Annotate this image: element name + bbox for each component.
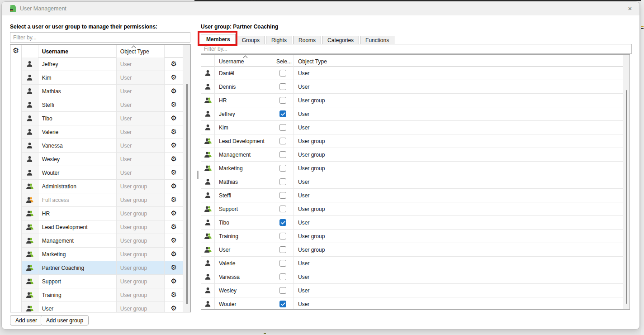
settings-gear-icon: ⚙ [170, 142, 176, 149]
scrollbar-thumb[interactable] [186, 84, 188, 304]
table-row[interactable]: WesleyUser⚙ [22, 153, 183, 166]
table-row[interactable]: MathiasUser⚙ [22, 85, 183, 98]
right-filter-input[interactable] [201, 44, 632, 54]
table-row[interactable]: VanessaUser [201, 270, 623, 284]
table-row[interactable]: Partner CoachingUser group⚙ [22, 261, 183, 275]
table-row[interactable]: UserUser group [201, 243, 623, 257]
table-row[interactable]: Tibo User [201, 216, 623, 230]
add-user-button[interactable]: Add user [10, 315, 43, 325]
member-checkbox[interactable] [279, 206, 286, 212]
row-settings-button[interactable]: ⚙ [165, 302, 183, 312]
tab-rights[interactable]: Rights [266, 36, 292, 45]
table-row[interactable]: Jeffrey User [201, 107, 623, 121]
row-settings-button[interactable]: ⚙ [165, 85, 183, 98]
table-row[interactable]: ManagementUser group [201, 148, 623, 162]
row-icon-cell [22, 166, 38, 180]
table-row[interactable]: WouterUser⚙ [22, 166, 183, 180]
member-checkbox[interactable] [279, 287, 286, 294]
table-row[interactable]: TrainingUser group⚙ [22, 288, 183, 302]
table-row[interactable]: TiboUser⚙ [22, 112, 183, 125]
member-checkbox[interactable] [279, 70, 286, 77]
table-row[interactable]: VanessaUser⚙ [22, 139, 183, 153]
close-icon[interactable]: × [626, 5, 634, 13]
table-settings-icon[interactable]: ⚙ [10, 47, 21, 54]
object-type-cell: User group [117, 193, 165, 207]
tab-categories[interactable]: Categories [322, 36, 359, 45]
table-row[interactable]: JeffreyUser⚙ [22, 57, 183, 71]
table-row[interactable]: KimUser⚙ [22, 71, 183, 85]
table-row[interactable]: HRUser group [201, 94, 623, 107]
member-checkbox[interactable] [279, 178, 286, 185]
panel-splitter-handle[interactable] [194, 171, 200, 180]
table-row[interactable]: UserUser group⚙ [22, 302, 183, 312]
table-row[interactable]: TrainingUser group [201, 230, 623, 243]
table-row[interactable]: KimUser [201, 121, 623, 134]
row-settings-button[interactable]: ⚙ [165, 112, 183, 125]
left-vertical-scrollbar[interactable] [183, 45, 190, 312]
table-row[interactable]: AdministrationUser group⚙ [22, 180, 183, 193]
member-checkbox[interactable] [279, 192, 286, 199]
table-row[interactable]: SupportUser group [201, 202, 623, 216]
table-row[interactable]: MathiasUser [201, 175, 623, 189]
row-settings-button[interactable]: ⚙ [165, 139, 183, 153]
member-checkbox[interactable] [279, 246, 286, 253]
row-settings-button[interactable]: ⚙ [165, 288, 183, 302]
row-settings-button[interactable]: ⚙ [165, 193, 183, 207]
table-row[interactable]: HRUser group⚙ [22, 207, 183, 220]
add-user-group-button[interactable]: Add user group [41, 315, 89, 325]
table-row[interactable]: DaniëlUser [201, 67, 623, 80]
row-settings-button[interactable]: ⚙ [165, 166, 183, 180]
member-checkbox[interactable] [279, 124, 286, 131]
tab-members[interactable]: Members [201, 34, 236, 45]
tab-groups[interactable]: Groups [237, 36, 265, 45]
member-checkbox[interactable] [279, 97, 286, 104]
member-checkbox[interactable] [279, 110, 286, 117]
table-row[interactable]: ValerieUser [201, 257, 623, 270]
row-settings-button[interactable]: ⚙ [165, 57, 183, 71]
row-settings-button[interactable]: ⚙ [165, 261, 183, 275]
object-type-cell: User group [117, 207, 165, 220]
tab-functions[interactable]: Functions [360, 36, 394, 45]
table-row[interactable]: ManagementUser group⚙ [22, 234, 183, 248]
table-row[interactable]: Lead DevelopmentUser group⚙ [22, 220, 183, 234]
title-bar[interactable]: User Management × [2, 2, 639, 15]
member-checkbox[interactable] [279, 151, 286, 158]
settings-gear-icon: ⚙ [170, 210, 176, 217]
table-row[interactable]: Full accessUser group⚙ [22, 193, 183, 207]
row-settings-button[interactable]: ⚙ [165, 275, 183, 288]
right-vertical-scrollbar[interactable] [623, 55, 630, 309]
member-checkbox[interactable] [279, 219, 286, 226]
row-settings-button[interactable]: ⚙ [165, 125, 183, 139]
row-settings-button[interactable]: ⚙ [165, 71, 183, 85]
member-checkbox[interactable] [279, 83, 286, 90]
tab-rooms[interactable]: Rooms [293, 36, 321, 45]
table-row[interactable]: SteffiUser [201, 189, 623, 202]
table-row[interactable]: SteffiUser⚙ [22, 98, 183, 112]
table-row[interactable]: SupportUser group⚙ [22, 275, 183, 288]
row-settings-button[interactable]: ⚙ [165, 180, 183, 193]
table-row[interactable]: MarketingUser group⚙ [22, 248, 183, 261]
member-checkbox[interactable] [279, 301, 286, 307]
member-checkbox[interactable] [279, 165, 286, 172]
table-row[interactable]: DennisUser [201, 80, 623, 94]
table-row[interactable]: WesleyUser [201, 284, 623, 297]
settings-gear-icon: ⚙ [170, 292, 176, 298]
table-row[interactable]: MarketingUser group [201, 162, 623, 175]
table-row[interactable]: Wouter User [201, 297, 623, 310]
username-column-header[interactable]: Username [38, 45, 117, 58]
object-type-column-header[interactable]: Object Type [117, 45, 165, 58]
member-checkbox[interactable] [279, 138, 286, 144]
member-checkbox[interactable] [279, 273, 286, 280]
member-checkbox[interactable] [279, 233, 286, 239]
row-settings-button[interactable]: ⚙ [165, 207, 183, 220]
row-settings-button[interactable]: ⚙ [165, 98, 183, 112]
scrollbar-thumb[interactable] [626, 90, 627, 304]
row-settings-button[interactable]: ⚙ [165, 248, 183, 261]
row-settings-button[interactable]: ⚙ [165, 153, 183, 166]
table-row[interactable]: ValerieUser⚙ [22, 125, 183, 139]
left-filter-input[interactable] [10, 32, 190, 43]
row-settings-button[interactable]: ⚙ [165, 234, 183, 248]
row-settings-button[interactable]: ⚙ [165, 220, 183, 234]
member-checkbox[interactable] [279, 260, 286, 267]
table-row[interactable]: Lead DevelopmentUser group [201, 134, 623, 148]
